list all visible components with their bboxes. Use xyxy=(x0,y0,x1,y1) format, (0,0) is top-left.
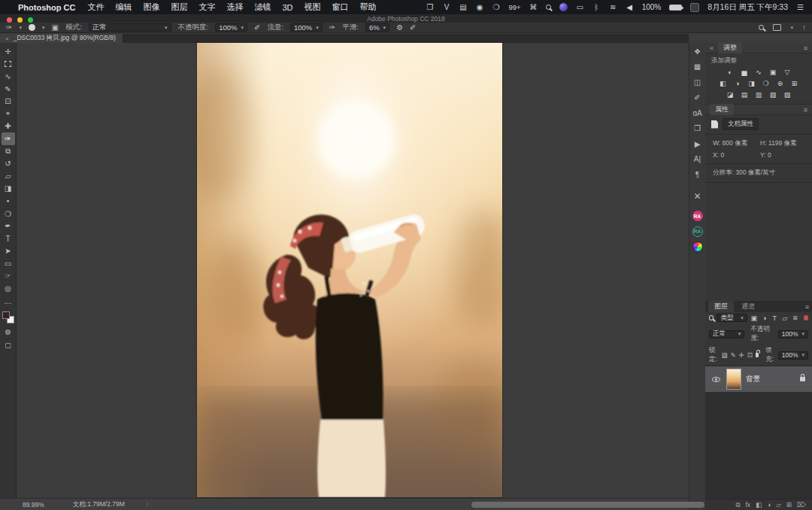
quick-mask-button[interactable]: ◍ xyxy=(2,326,15,337)
menu-select[interactable]: 选择 xyxy=(226,2,243,13)
panel-menu-icon[interactable]: ≡ xyxy=(804,44,807,52)
hand-tool[interactable]: ☞ xyxy=(2,270,15,283)
layer-blend-mode-select[interactable]: 正常 ▾ xyxy=(709,330,744,338)
menu-filter[interactable]: 滤镜 xyxy=(254,2,271,13)
gradient-map-icon[interactable]: ▧ xyxy=(768,90,778,99)
new-adjustment-layer-icon[interactable]: ◑ xyxy=(767,501,771,508)
filter-smart-objects-icon[interactable]: ⧈ xyxy=(792,314,799,322)
ra-green-extension-icon[interactable]: RA xyxy=(692,226,703,237)
input-source-icon[interactable] xyxy=(690,3,699,12)
photo-filter-icon[interactable]: ❍ xyxy=(761,79,771,88)
threshold-icon[interactable]: ▥ xyxy=(753,90,764,99)
smoothing-gear-icon[interactable]: ⚙ xyxy=(396,23,403,32)
pressure-size-icon[interactable]: ✐ xyxy=(410,23,416,32)
delete-layer-icon[interactable]: ⌦ xyxy=(797,501,806,508)
share-icon[interactable]: ↑ xyxy=(802,23,806,32)
close-tab-icon[interactable]: × xyxy=(5,35,9,42)
menu-edit[interactable]: 编辑 xyxy=(115,2,132,13)
libraries-panel-icon[interactable]: ◫ xyxy=(692,77,704,87)
fill-select[interactable]: 100% ▾ xyxy=(778,351,808,360)
vibrance-icon[interactable]: ▽ xyxy=(782,68,792,77)
type-tool[interactable]: T xyxy=(2,232,15,245)
healing-brush-tool[interactable]: ✚ xyxy=(2,120,15,133)
tab-adjustments[interactable]: 调整 xyxy=(718,42,742,53)
clone-stamp-tool[interactable]: ⧉ xyxy=(2,145,15,158)
brush-tool[interactable]: ✑ xyxy=(2,132,15,145)
selective-color-icon[interactable]: ▨ xyxy=(782,90,792,99)
minimize-window-button[interactable] xyxy=(17,17,23,23)
horizontal-scrollbar[interactable] xyxy=(471,502,704,508)
styles-panel-icon[interactable]: ❐ xyxy=(692,123,704,134)
new-group-icon[interactable]: ▱ xyxy=(776,501,781,508)
levels-icon[interactable]: ▅ xyxy=(739,68,750,77)
volume-icon[interactable]: ◀ xyxy=(626,3,634,11)
collapse-dock-icon[interactable]: « xyxy=(710,44,714,52)
layer-opacity-select[interactable]: 100% ▾ xyxy=(778,330,808,338)
blur-tool[interactable]: ⬩ xyxy=(2,195,15,208)
swatches-panel-icon[interactable]: ▦ xyxy=(692,62,704,72)
lasso-tool[interactable]: ∿ xyxy=(2,70,15,83)
filter-adjustment-layers-icon[interactable]: ◑ xyxy=(761,314,768,322)
color-balance-icon[interactable]: ◑ xyxy=(732,79,743,88)
glyphs-panel-icon[interactable]: ɑA xyxy=(692,108,704,118)
link-layers-icon[interactable]: ⧉ xyxy=(735,501,740,509)
extension-x-panel-icon[interactable]: ✕ xyxy=(692,191,704,202)
lock-position-icon[interactable]: ✛ xyxy=(739,351,744,359)
canvas-photo[interactable] xyxy=(197,43,502,497)
close-window-button[interactable] xyxy=(7,17,12,23)
swatch-book-panel-icon[interactable]: ❖ xyxy=(692,46,704,56)
tool-preset-caret-icon[interactable]: ▾ xyxy=(19,25,22,31)
paragraph-panel-icon[interactable]: ¶ xyxy=(692,169,704,180)
menu-help[interactable]: 帮助 xyxy=(359,2,376,13)
channel-mixer-icon[interactable]: ⊛ xyxy=(775,79,786,88)
posterize-icon[interactable]: ▤ xyxy=(739,90,750,99)
brush-preset-icon[interactable]: ✑ xyxy=(6,23,12,32)
notification-center-icon[interactable]: ☰ xyxy=(796,3,804,11)
brush-size-preview-icon[interactable] xyxy=(29,24,35,31)
opacity-select[interactable]: 100% ▾ xyxy=(215,23,247,32)
color-wheel-extension-icon[interactable] xyxy=(692,241,703,252)
menu-type[interactable]: 文字 xyxy=(198,2,215,13)
grid-status-icon[interactable]: ⌘ xyxy=(529,3,538,11)
lock-transparency-icon[interactable]: ▨ xyxy=(721,351,727,359)
filter-kind-select[interactable]: 类型 ▾ xyxy=(717,314,747,322)
capture-status-icon[interactable]: ▤ xyxy=(459,3,468,11)
toggle-brush-panel-icon[interactable]: ▣ xyxy=(51,23,58,32)
lock-all-icon[interactable] xyxy=(756,353,759,357)
document-tab[interactable]: × _DSC0033 拷贝.jpg @ 90%(RGB/8) xyxy=(0,34,123,43)
menu-3d[interactable]: 3D xyxy=(282,3,292,12)
bluetooth-icon[interactable]: ᛒ xyxy=(592,3,601,11)
lock-pixels-icon[interactable]: ✎ xyxy=(730,351,735,359)
filter-pixel-layers-icon[interactable]: ▣ xyxy=(750,314,758,322)
layer-visibility-toggle[interactable] xyxy=(710,377,722,382)
color-lookup-icon[interactable]: ⊞ xyxy=(789,79,800,88)
quick-selection-tool[interactable]: ✎ xyxy=(2,83,15,96)
new-layer-icon[interactable]: ⊞ xyxy=(786,501,792,508)
curves-icon[interactable]: ∿ xyxy=(753,68,764,77)
menu-view[interactable]: 视图 xyxy=(304,2,320,13)
dodge-tool[interactable]: ❍ xyxy=(2,208,15,220)
menu-clock[interactable]: 8月16日 周五 下午9:33 xyxy=(707,2,788,13)
meet-status-icon[interactable]: ◉ xyxy=(476,3,484,11)
chat-status-icon[interactable]: ❍ xyxy=(492,3,501,11)
canvas-area[interactable] xyxy=(17,43,689,498)
lock-artboard-icon[interactable]: ⊡ xyxy=(747,351,753,359)
filter-shape-layers-icon[interactable]: ▱ xyxy=(781,314,789,322)
layer-thumbnail[interactable] xyxy=(726,369,741,390)
chevron-down-icon[interactable]: ▾ xyxy=(790,25,793,31)
app-menu-title[interactable]: Photoshop CC xyxy=(18,3,75,12)
flow-select[interactable]: 100% ▾ xyxy=(290,23,323,32)
eraser-tool[interactable]: ▱ xyxy=(2,170,15,183)
invert-icon[interactable]: ◪ xyxy=(725,90,735,99)
actions-panel-icon[interactable]: ▶ xyxy=(692,138,704,149)
path-selection-tool[interactable]: ➤ xyxy=(2,245,15,258)
wifi-icon[interactable]: ≋ xyxy=(609,3,617,11)
zoom-tool[interactable]: ◎ xyxy=(2,282,15,295)
filter-type-layers-icon[interactable]: T xyxy=(771,314,778,322)
panel-menu-icon[interactable]: ≡ xyxy=(804,106,807,114)
status-chevron-icon[interactable]: 〉 xyxy=(146,500,153,509)
pressure-opacity-icon[interactable]: ✐ xyxy=(254,23,260,32)
menu-window[interactable]: 窗口 xyxy=(332,2,348,13)
character-panel-icon[interactable]: A| xyxy=(692,154,704,165)
vpn-status-icon[interactable]: V xyxy=(443,3,451,11)
